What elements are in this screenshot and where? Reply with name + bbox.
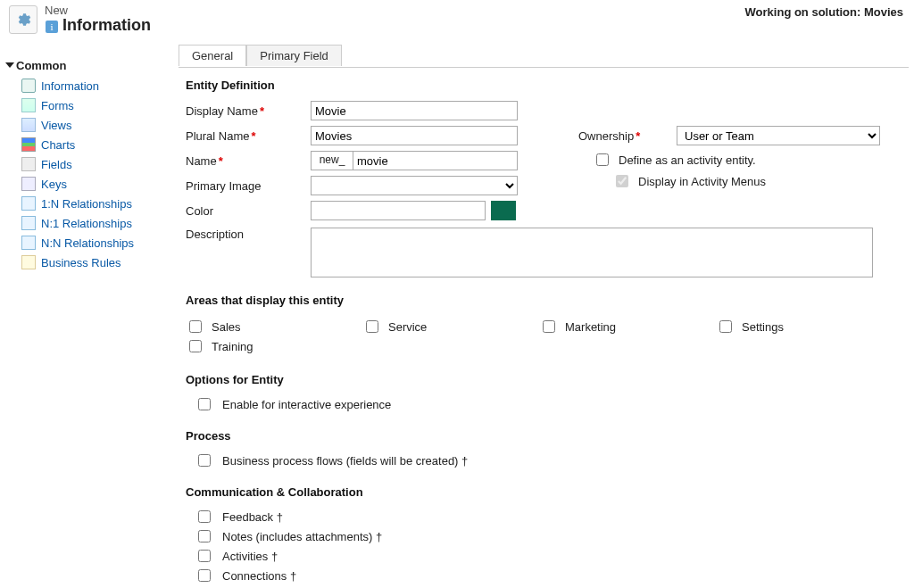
nav-item-label: Forms xyxy=(41,99,74,112)
ownership-select[interactable]: User or Team xyxy=(677,126,880,145)
new-label: New xyxy=(45,4,68,17)
nav-item-label: Information xyxy=(41,79,99,93)
define-activity-label: Define as an activity entity. xyxy=(619,153,756,167)
nav-item-label: N:N Relationships xyxy=(41,236,134,250)
information-icon xyxy=(21,79,36,93)
section-process: Process xyxy=(186,429,893,443)
display-name-label: Display Name* xyxy=(186,104,311,118)
name-prefix: new_ xyxy=(311,151,353,170)
svg-text:i: i xyxy=(50,21,53,32)
nav-item-nn-rel[interactable]: N:N Relationships xyxy=(5,233,169,253)
notes-label: Notes (includes attachments) † xyxy=(222,530,382,543)
nav-item-fields[interactable]: Fields xyxy=(5,154,169,174)
name-input[interactable] xyxy=(353,151,518,170)
caret-down-icon xyxy=(5,62,14,68)
nav-group-common[interactable]: Common xyxy=(7,59,169,72)
display-name-input[interactable] xyxy=(311,101,518,120)
feedback-checkbox[interactable] xyxy=(198,510,211,523)
fields-icon xyxy=(21,157,36,171)
section-comm-collab: Communication & Collaboration xyxy=(186,485,893,499)
connections-checkbox[interactable] xyxy=(198,569,211,582)
nav-item-n1-rel[interactable]: N:1 Relationships xyxy=(5,213,169,233)
relationship-icon xyxy=(21,196,36,211)
plural-name-input[interactable] xyxy=(311,126,518,145)
info-icon: i xyxy=(45,20,59,34)
primary-image-label: Primary Image xyxy=(186,179,311,193)
display-activity-menus-checkbox xyxy=(616,175,628,187)
nav-item-views[interactable]: Views xyxy=(5,115,169,135)
nav-item-label: N:1 Relationships xyxy=(41,217,132,230)
section-entity-definition: Entity Definition xyxy=(186,79,893,92)
nav-item-charts[interactable]: Charts xyxy=(5,135,169,154)
left-nav: Common Information Forms Views Charts Fi… xyxy=(0,50,174,277)
main-panel[interactable]: Entity Definition Display Name* Plural N… xyxy=(179,68,909,588)
section-options: Options for Entity xyxy=(186,373,893,386)
tab-primary-field[interactable]: Primary Field xyxy=(246,45,342,66)
area-training-checkbox[interactable] xyxy=(189,340,202,352)
entity-gear-icon xyxy=(9,5,37,34)
plural-name-label: Plural Name* xyxy=(186,129,311,143)
bpf-checkbox[interactable] xyxy=(198,454,211,467)
business-rules-icon xyxy=(21,255,36,269)
nav-item-label: Keys xyxy=(41,178,67,191)
color-swatch[interactable] xyxy=(491,201,516,220)
nav-item-business-rules[interactable]: Business Rules xyxy=(5,253,169,272)
area-settings-label: Settings xyxy=(742,320,784,334)
nav-item-forms[interactable]: Forms xyxy=(5,95,169,115)
area-sales-label: Sales xyxy=(212,320,241,334)
area-sales-checkbox[interactable] xyxy=(189,320,202,333)
color-input[interactable] xyxy=(311,201,486,220)
define-activity-checkbox[interactable] xyxy=(596,153,609,166)
keys-icon xyxy=(21,177,36,191)
nav-item-information[interactable]: Information xyxy=(5,76,169,95)
interactive-experience-checkbox[interactable] xyxy=(198,398,211,410)
color-label: Color xyxy=(186,204,311,218)
area-settings-checkbox[interactable] xyxy=(719,320,732,333)
relationship-icon xyxy=(21,236,36,250)
nav-item-keys[interactable]: Keys xyxy=(5,174,169,194)
forms-icon xyxy=(21,98,36,112)
area-marketing-checkbox[interactable] xyxy=(543,320,555,333)
ownership-label: Ownership* xyxy=(578,129,677,143)
nav-item-label: 1:N Relationships xyxy=(41,197,132,211)
area-service-checkbox[interactable] xyxy=(366,320,378,333)
description-label: Description xyxy=(186,228,311,241)
display-activity-menus-label: Display in Activity Menus xyxy=(638,175,766,188)
section-areas: Areas that display this entity xyxy=(186,294,893,307)
primary-image-select[interactable] xyxy=(311,176,518,195)
tab-strip: GeneralPrimary Field xyxy=(179,45,909,68)
nav-item-label: Views xyxy=(41,119,71,132)
relationship-icon xyxy=(21,216,36,230)
name-label: Name* xyxy=(186,154,311,168)
charts-icon xyxy=(21,137,36,152)
nav-item-label: Charts xyxy=(41,138,75,152)
nav-item-label: Fields xyxy=(41,158,72,171)
connections-label: Connections † xyxy=(222,569,296,583)
bpf-label: Business process flows (fields will be c… xyxy=(222,454,468,468)
activities-label: Activities † xyxy=(222,550,278,563)
working-on-solution: Working on solution: Movies xyxy=(745,5,903,19)
nav-group-label: Common xyxy=(16,59,66,72)
feedback-label: Feedback † xyxy=(222,510,283,524)
area-training-label: Training xyxy=(212,340,253,353)
views-icon xyxy=(21,118,36,132)
description-textarea[interactable] xyxy=(311,228,873,277)
notes-checkbox[interactable] xyxy=(198,530,211,542)
activities-checkbox[interactable] xyxy=(198,550,211,562)
nav-item-1n-rel[interactable]: 1:N Relationships xyxy=(5,194,169,213)
nav-item-label: Business Rules xyxy=(41,256,121,269)
tab-general[interactable]: General xyxy=(179,45,246,66)
area-marketing-label: Marketing xyxy=(565,320,616,334)
area-service-label: Service xyxy=(388,320,427,334)
interactive-experience-label: Enable for interactive experience xyxy=(222,398,391,411)
page-title: Information xyxy=(62,16,151,35)
